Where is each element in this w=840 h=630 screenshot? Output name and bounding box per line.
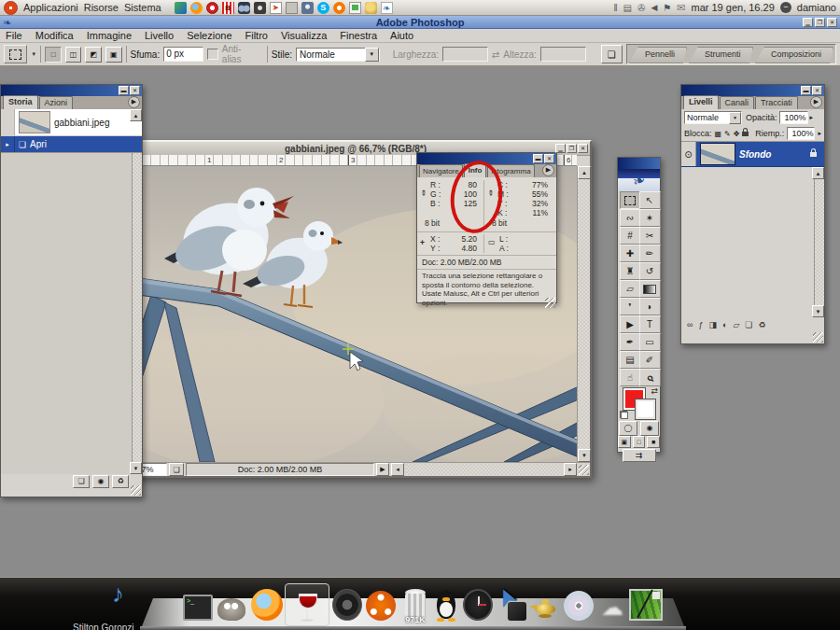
dock-terminal-icon[interactable]: >_ — [183, 589, 213, 621]
new-layer-icon[interactable]: ❏ — [745, 320, 752, 329]
menu-livello[interactable]: Livello — [145, 30, 174, 41]
layers-shade-button[interactable]: ▬ — [801, 86, 811, 95]
dock-wine-icon[interactable] — [285, 583, 329, 626]
menu-selezione[interactable]: Selezione — [187, 30, 231, 41]
history-scroll-up[interactable]: ▲ — [130, 109, 142, 121]
document-close-button[interactable]: ✕ — [578, 144, 588, 153]
pen-tool[interactable]: ✒ — [620, 333, 641, 351]
panel-username[interactable]: damiano — [797, 2, 836, 13]
tray-device-icon[interactable]: ▤ — [623, 3, 632, 13]
tray-volume-icon[interactable]: ◀ — [651, 3, 657, 12]
document-vscrollbar[interactable]: ▲ ▼ — [577, 166, 590, 462]
tab-storia[interactable]: Storia — [3, 95, 38, 109]
history-shade-button[interactable]: ▬ — [119, 86, 129, 95]
tab-canali[interactable]: Canali — [720, 96, 755, 109]
layers-scroll-down[interactable]: ▼ — [812, 305, 824, 317]
info-menu-button[interactable]: ▶ — [542, 164, 554, 176]
launcher-help-icon[interactable] — [206, 2, 218, 14]
menu-file[interactable]: File — [6, 30, 22, 41]
jump-to-imageready-button[interactable]: ⇉ — [623, 449, 656, 462]
marquee-tool[interactable] — [620, 191, 641, 209]
fullscreen-menu-button[interactable]: □ — [633, 436, 646, 448]
tool-preset-arrow-icon[interactable]: ▼ — [31, 51, 36, 57]
menu-aiuto[interactable]: Aiuto — [390, 30, 413, 41]
layers-scroll-up[interactable]: ▲ — [812, 167, 824, 179]
fullscreen-button[interactable]: ■ — [647, 436, 660, 448]
history-scroll-down[interactable]: ▼ — [130, 462, 142, 474]
lock-transparency-icon[interactable]: ▦ — [715, 130, 722, 138]
info-resize-grip[interactable] — [545, 298, 555, 308]
lasso-tool[interactable]: ∾ — [620, 209, 641, 227]
opacity-field[interactable]: 100% — [779, 111, 808, 124]
ubuntu-logo-icon[interactable] — [4, 1, 18, 15]
style-dropdown-icon[interactable]: ▼ — [365, 48, 379, 62]
doc-size-field[interactable]: Doc: 2.00 MB/2.00 MB — [186, 463, 374, 476]
photoshop-titlebar[interactable]: ❧ Adobe Photoshop ▁ ❐ ✕ — [0, 16, 840, 29]
history-delete-button[interactable]: ♻ — [112, 475, 129, 488]
shape-tool[interactable]: ▭ — [639, 333, 661, 351]
dock-lamp-icon[interactable] — [528, 593, 562, 621]
dock-cd-icon[interactable] — [564, 589, 594, 621]
scroll-down-button[interactable]: ▼ — [578, 449, 591, 462]
link-layers-icon[interactable]: ∞ — [687, 320, 693, 329]
crop-tool[interactable]: # — [620, 227, 641, 245]
type-tool[interactable]: T — [639, 315, 661, 333]
path-selection-tool[interactable]: ▶ — [620, 315, 641, 333]
launcher-draw-icon[interactable]: ➤ — [270, 2, 282, 14]
file-browser-button[interactable]: ❏ — [601, 45, 623, 63]
launcher-wine-app-icon[interactable] — [365, 2, 377, 14]
feather-input[interactable]: 0 px — [163, 47, 203, 62]
hand-tool[interactable]: ☝ — [620, 369, 641, 386]
healing-brush-tool[interactable]: ✚ — [620, 245, 641, 262]
window-resize-grip[interactable] — [579, 465, 589, 475]
magic-wand-tool[interactable]: ✶ — [639, 209, 661, 227]
blur-tool[interactable]: ❜ — [620, 298, 641, 315]
launcher-firefox-icon[interactable] — [190, 2, 203, 14]
selection-subtract-button[interactable]: ◩ — [85, 47, 102, 63]
app-minimize-button[interactable]: ▁ — [803, 18, 813, 27]
selection-new-button[interactable]: □ — [45, 47, 62, 63]
dock-tux-icon[interactable] — [433, 587, 459, 623]
lock-position-icon[interactable]: ✥ — [734, 130, 740, 138]
adjustment-layer-icon[interactable]: ◐ — [722, 320, 727, 329]
well-tab-pennelli[interactable]: Pennelli — [629, 47, 687, 63]
dock-gimp-icon[interactable] — [217, 591, 246, 621]
menu-finestra[interactable]: Finestra — [340, 30, 377, 41]
move-tool[interactable]: ↖ — [639, 191, 661, 209]
history-brush-tool[interactable]: ↺ — [639, 262, 661, 280]
info-close-button[interactable]: ✕ — [544, 154, 554, 163]
fill-field[interactable]: 100% — [787, 127, 815, 140]
history-resize-grip[interactable] — [131, 485, 141, 496]
scroll-up-button[interactable]: ▲ — [578, 166, 591, 179]
app-close-button[interactable]: ✕ — [827, 18, 837, 27]
launcher-cd-burn-icon[interactable] — [333, 2, 345, 14]
new-group-icon[interactable]: ▱ — [733, 320, 739, 329]
fill-slider-arrow-icon[interactable]: ▸ — [818, 130, 821, 137]
launcher-screen-icon[interactable] — [349, 2, 361, 14]
menu-visualizza[interactable]: Visualizza — [281, 30, 327, 41]
add-mask-icon[interactable]: ◨ — [708, 320, 717, 329]
history-close-button[interactable]: ✕ — [130, 86, 140, 95]
lock-pixels-icon[interactable]: ✎ — [724, 130, 731, 138]
width-input[interactable] — [442, 47, 488, 62]
history-palette[interactable]: ▬ ✕ Storia Azioni ▶ gabbiani.jpeg ▸ ❏ Ap… — [0, 84, 143, 497]
tray-bars-icon[interactable]: ‖ — [613, 3, 617, 13]
panel-menu-places[interactable]: Risorse — [84, 2, 119, 13]
tray-mail-icon[interactable]: ✉ — [677, 2, 685, 14]
menu-immagine[interactable]: Immagine — [87, 30, 132, 41]
brush-tool[interactable]: ✏ — [639, 245, 661, 262]
launcher-device-icon[interactable] — [301, 2, 314, 14]
history-menu-button[interactable]: ▶ — [128, 96, 140, 108]
blend-dropdown-icon[interactable]: ▼ — [729, 112, 741, 124]
zoom-tool[interactable]: ϙ — [639, 369, 661, 386]
antialias-checkbox[interactable] — [207, 49, 218, 60]
dock-ubuntu-icon[interactable] — [365, 589, 397, 621]
toolbox-logo[interactable]: ❧ — [618, 169, 660, 191]
info-shade-button[interactable]: ▬ — [533, 154, 543, 163]
hscroll-right-button[interactable]: ▸ — [564, 463, 577, 476]
menu-modifica[interactable]: Modifica — [35, 30, 74, 41]
toolbox-titlebar[interactable] — [618, 158, 660, 169]
dock-cursor-icon[interactable]: ➤ — [496, 585, 527, 623]
launcher-binoculars-icon[interactable] — [238, 2, 250, 14]
lock-all-icon[interactable] — [742, 132, 749, 136]
